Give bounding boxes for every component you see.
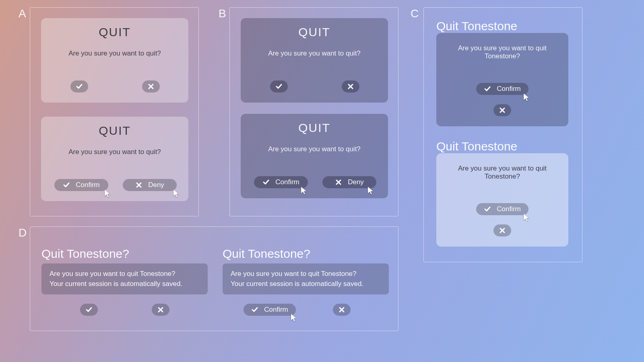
dialog-B1: QUIT Are you sure you want to quit?	[241, 18, 388, 103]
cursor-icon	[367, 186, 374, 195]
confirm-button[interactable]: Confirm	[54, 179, 108, 191]
dialog-body-D2: Are you sure you want to quit Tonestone?…	[223, 263, 389, 294]
dialog-title-external: Quit Tonestone?	[223, 247, 310, 261]
dialog-C2: Are you sure you want to quit Tonestone?…	[436, 153, 568, 247]
deny-button[interactable]	[342, 80, 359, 93]
close-icon	[499, 227, 506, 234]
check-icon	[251, 306, 258, 313]
close-icon	[335, 179, 342, 186]
confirm-button[interactable]	[80, 304, 98, 316]
check-icon	[484, 206, 491, 213]
dialog-message: Are you sure you want to quit?	[41, 49, 188, 58]
deny-button[interactable]	[333, 304, 351, 316]
dialog-body-D1: Are you sure you want to quit Tonestone?…	[41, 263, 208, 294]
confirm-button[interactable]	[270, 80, 288, 93]
button-label: Confirm	[497, 85, 521, 93]
dialog-C1: Are you sure you want to quit Tonestone?…	[436, 33, 568, 126]
deny-button[interactable]	[142, 80, 160, 93]
dialog-message: Are you sure you want to quit?	[241, 145, 388, 153]
dialog-title: QUIT	[241, 114, 388, 135]
close-icon	[347, 83, 354, 90]
dialog-message: Are you sure you want to quit Tonestone?	[436, 44, 568, 60]
dialog-title: QUIT	[241, 18, 388, 39]
confirm-button[interactable]: Confirm	[476, 83, 528, 95]
cursor-icon	[104, 189, 111, 198]
check-icon	[262, 179, 270, 186]
button-label: Confirm	[76, 181, 100, 189]
dialog-B2: QUIT Are you sure you want to quit? Conf…	[241, 114, 388, 198]
section-label-D: D	[19, 226, 27, 239]
close-icon	[338, 306, 345, 313]
cursor-icon	[301, 186, 307, 195]
button-label: Deny	[348, 178, 364, 186]
close-icon	[147, 83, 155, 90]
check-icon	[76, 83, 83, 90]
close-icon	[157, 306, 164, 313]
dialog-message: Are you sure you want to quit Tonestone?	[436, 165, 568, 181]
section-label-C: C	[411, 7, 419, 20]
deny-button[interactable]: Deny	[123, 179, 177, 191]
button-label: Deny	[148, 181, 164, 189]
confirm-button[interactable]	[70, 80, 88, 93]
check-icon	[275, 83, 283, 90]
dialog-A1: QUIT Are you sure you want to quit?	[41, 18, 188, 103]
close-icon	[499, 107, 506, 114]
button-label: Confirm	[275, 178, 299, 186]
confirm-button[interactable]: Confirm	[244, 304, 296, 316]
check-icon	[484, 85, 491, 93]
deny-button[interactable]	[493, 104, 511, 116]
dialog-message: Are you sure you want to quit?	[241, 49, 388, 58]
deny-button[interactable]	[493, 224, 511, 237]
deny-button[interactable]	[152, 304, 169, 316]
dialog-title: QUIT	[41, 18, 188, 39]
button-label: Confirm	[264, 306, 288, 314]
close-icon	[135, 181, 142, 189]
cursor-icon	[523, 213, 530, 222]
body-line2: Your current session is automatically sa…	[231, 279, 381, 289]
confirm-button[interactable]: Confirm	[254, 176, 308, 188]
cursor-icon	[173, 189, 180, 198]
dialog-title-external: Quit Tonestone	[436, 19, 517, 33]
dialog-message: Are you sure you want to quit?	[41, 148, 188, 156]
body-line1: Are you sure you want to quit Tonestone?	[231, 269, 381, 279]
dialog-title: QUIT	[41, 117, 188, 138]
confirm-button[interactable]: Confirm	[476, 203, 528, 215]
section-label-A: A	[19, 7, 26, 20]
button-label: Confirm	[497, 205, 521, 213]
cursor-icon	[291, 313, 297, 322]
check-icon	[85, 306, 93, 313]
dialog-A2: QUIT Are you sure you want to quit? Conf…	[41, 117, 188, 201]
cursor-icon	[523, 93, 530, 102]
body-line1: Are you sure you want to quit Tonestone?	[50, 269, 200, 279]
section-label-B: B	[219, 7, 226, 20]
body-line2: Your current session is automatically sa…	[50, 279, 200, 289]
check-icon	[63, 181, 70, 189]
dialog-title-external: Quit Tonestone?	[41, 247, 129, 261]
dialog-title-external: Quit Tonestone	[436, 140, 517, 153]
